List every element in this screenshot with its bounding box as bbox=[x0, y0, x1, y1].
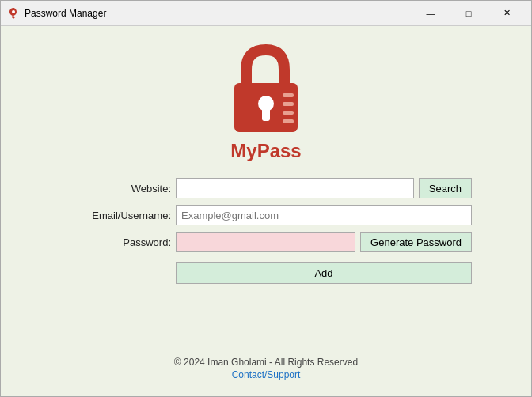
website-label: Website: bbox=[60, 183, 171, 195]
password-input[interactable] bbox=[176, 232, 355, 252]
main-window: Password Manager — □ ✕ bbox=[0, 0, 532, 397]
add-button[interactable]: Add bbox=[176, 262, 472, 284]
website-row: Website: Search bbox=[60, 178, 472, 198]
copyright-text: © 2024 Iman Gholami - All Rights Reserve… bbox=[174, 357, 358, 368]
website-input[interactable] bbox=[176, 178, 414, 198]
search-button[interactable]: Search bbox=[419, 178, 472, 198]
footer: © 2024 Iman Gholami - All Rights Reserve… bbox=[174, 343, 358, 380]
add-row: Add bbox=[60, 262, 472, 284]
window-controls: — □ ✕ bbox=[412, 2, 525, 25]
email-input[interactable] bbox=[176, 205, 472, 225]
maximize-button[interactable]: □ bbox=[450, 2, 487, 25]
email-row: Email/Username: bbox=[60, 205, 472, 225]
contact-support-link[interactable]: Contact/Support bbox=[174, 369, 358, 380]
logo-section: MyPass bbox=[222, 42, 310, 162]
close-button[interactable]: ✕ bbox=[488, 2, 525, 25]
password-label: Password: bbox=[60, 236, 171, 248]
svg-rect-7 bbox=[283, 119, 294, 123]
app-name: MyPass bbox=[230, 140, 301, 162]
title-bar: Password Manager — □ ✕ bbox=[1, 1, 531, 26]
svg-rect-3 bbox=[262, 107, 270, 121]
minimize-button[interactable]: — bbox=[412, 2, 449, 25]
svg-rect-4 bbox=[283, 93, 294, 97]
password-row: Password: Generate Password bbox=[60, 232, 472, 252]
svg-rect-6 bbox=[283, 111, 294, 115]
form-area: Website: Search Email/Username: Password… bbox=[60, 178, 472, 284]
main-content: MyPass Website: Search Email/Username: P… bbox=[1, 26, 531, 396]
generate-password-button[interactable]: Generate Password bbox=[360, 232, 472, 252]
svg-point-0 bbox=[12, 10, 15, 13]
window-title: Password Manager bbox=[25, 8, 412, 19]
svg-rect-5 bbox=[283, 102, 294, 106]
email-label: Email/Username: bbox=[60, 210, 171, 221]
app-icon bbox=[7, 7, 20, 20]
lock-icon bbox=[222, 42, 310, 137]
